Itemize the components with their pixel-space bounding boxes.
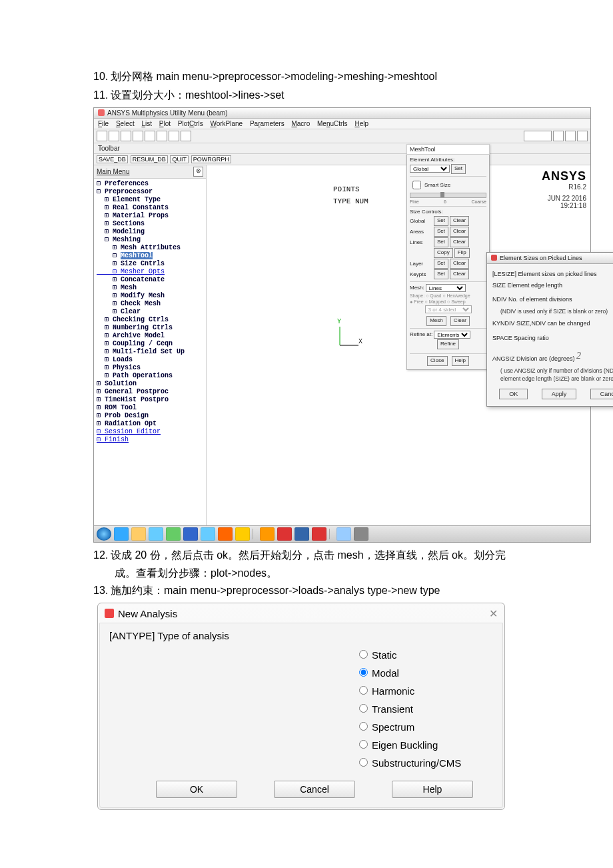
taskbar-icon[interactable] (312, 527, 326, 541)
opt-spectrum[interactable]: Spectrum (356, 720, 493, 733)
btn-powrgrph[interactable]: POWRGRPH (191, 155, 231, 163)
taskbar-icon[interactable] (336, 527, 351, 541)
ansys-logo-icon (491, 255, 497, 261)
toolbar-buttons: SAVE_DB RESUM_DB QUIT POWRGRPH (94, 154, 590, 165)
meshtool-help-button[interactable]: Help (452, 356, 469, 366)
tool-icon[interactable] (181, 131, 191, 141)
tool-icon[interactable] (145, 131, 155, 141)
step-12-cont: 成。查看划分步骤：plot->nodes。 (115, 567, 546, 581)
btn-quit[interactable]: QUIT (170, 155, 189, 163)
attr-scope-select[interactable]: Global (410, 165, 450, 173)
menu-bar: File Select List Plot PlotCtrls WorkPlan… (94, 119, 590, 129)
ansys-brand: ANSYS R16.2 JUN 22 2016 19:21:18 (542, 169, 586, 209)
window-titlebar: ANSYS Multiphysics Utility Menu (beam) (94, 108, 590, 119)
menu-file[interactable]: File (98, 120, 109, 127)
element-sizes-dialog: Element Sizes on Picked Lines [LESIZE] E… (486, 252, 613, 407)
es-ok-button[interactable]: OK (499, 389, 528, 399)
taskbar-icon[interactable] (295, 527, 309, 541)
menu-workplane[interactable]: WorkPlane (210, 120, 243, 127)
menu-plot[interactable]: Plot (159, 120, 171, 127)
opt-substruct[interactable]: Substructuring/CMS (356, 756, 493, 769)
step-11: 11.设置划分大小：meshtool->lines->set (93, 88, 546, 103)
newdlg-ok-button[interactable]: OK (156, 781, 237, 798)
taskbar-icon[interactable] (131, 527, 146, 541)
meshtool-title: MeshTool (406, 144, 490, 155)
tool-icon[interactable] (524, 131, 552, 141)
attr-set-button[interactable]: Set (451, 164, 466, 174)
step-12: 12.设成 20 份，然后点击 ok。然后开始划分，点击 mesh，选择直线，然… (93, 548, 546, 563)
tool-icon[interactable] (577, 131, 588, 141)
new-analysis-dialog: New Analysis ✕ [ANTYPE] Type of analysis… (97, 603, 505, 810)
window-title: ANSYS Multiphysics Utility Menu (beam) (107, 109, 228, 117)
es-cancel-button[interactable]: Cancel (590, 389, 613, 399)
taskbar (94, 525, 590, 542)
ansys-logo-icon (98, 109, 105, 116)
tool-icon[interactable] (133, 131, 143, 141)
refine-at-select[interactable]: Elements (434, 331, 470, 339)
main-menu-tree[interactable]: ⊟ Preferences ⊟ Preprocessor ⊞ Element T… (94, 179, 206, 525)
tree-selected-meshtool: MeshTool (121, 252, 153, 259)
antype-label: [ANTYPE] Type of analysis (109, 630, 493, 641)
menu-parameters[interactable]: Parameters (250, 120, 285, 127)
page-number: 2 (576, 351, 581, 361)
mesh-clear-button[interactable]: Clear (450, 316, 470, 326)
opt-eigen[interactable]: Eigen Buckling (356, 738, 493, 751)
toolbar-label: Toolbar (94, 143, 590, 154)
menu-select[interactable]: Select (116, 120, 135, 127)
taskbar-icon[interactable] (114, 527, 129, 541)
taskbar-icon[interactable] (201, 527, 215, 541)
canvas-typenum-label: TYPE NUM (333, 197, 368, 205)
taskbar-icon[interactable] (260, 527, 275, 541)
tool-icon[interactable] (553, 131, 564, 141)
taskbar-icon[interactable] (166, 527, 181, 541)
btn-save-db[interactable]: SAVE_DB (97, 155, 128, 163)
tool-icon[interactable] (109, 131, 119, 141)
step-13: 13.施加约束：main menu->preprocessor->loads->… (93, 583, 546, 598)
newdlg-help-button[interactable]: Help (392, 781, 473, 798)
taskbar-icon[interactable] (97, 527, 111, 541)
smartsize-checkbox[interactable] (412, 181, 421, 189)
meshtool-close-button[interactable]: Close (427, 356, 447, 366)
taskbar-icon[interactable] (183, 527, 198, 541)
taskbar-icon[interactable] (218, 527, 233, 541)
ansys-logo-icon (105, 609, 114, 618)
newdlg-cancel-button[interactable]: Cancel (274, 781, 355, 798)
taskbar-icon[interactable] (235, 527, 250, 541)
tool-icon[interactable] (565, 131, 576, 141)
tool-icon[interactable] (121, 131, 131, 141)
ansys-window: ANSYS Multiphysics Utility Menu (beam) F… (93, 107, 591, 543)
btn-resum-db[interactable]: RESUM_DB (131, 155, 168, 163)
icon-toolbar (94, 129, 590, 143)
tool-icon[interactable] (157, 131, 167, 141)
mesh-button[interactable]: Mesh (426, 316, 446, 326)
taskbar-icon[interactable] (277, 527, 292, 541)
menu-help[interactable]: Help (354, 120, 368, 127)
main-menu-header: Main Menu ⊗ (94, 165, 206, 179)
opt-harmonic[interactable]: Harmonic (356, 684, 493, 697)
graphics-canvas: POINTS TYPE NUM Y X ANSYS R16.2 JUN 22 2… (207, 165, 590, 525)
newdlg-title: New Analysis (118, 608, 177, 619)
refine-button[interactable]: Refine (437, 339, 459, 349)
taskbar-icon[interactable] (354, 527, 368, 541)
opt-transient[interactable]: Transient (356, 702, 493, 715)
esdlg-titlebar: Element Sizes on Picked Lines (487, 253, 613, 264)
opt-modal[interactable]: Modal (356, 666, 493, 679)
taskbar-icon[interactable] (149, 527, 163, 541)
menu-plotctrls[interactable]: PlotCtrls (178, 120, 203, 127)
menu-menuctrls[interactable]: MenuCtrls (317, 120, 348, 127)
collapse-icon[interactable]: ⊗ (193, 167, 203, 177)
tool-icon[interactable] (97, 131, 107, 141)
step-10: 10.划分网格 main menu->preprocessor->modelin… (93, 69, 546, 84)
menu-list[interactable]: List (141, 120, 152, 127)
opt-static[interactable]: Static (356, 648, 493, 661)
close-icon[interactable]: ✕ (489, 607, 498, 620)
canvas-points-label: POINTS (333, 185, 360, 193)
mesh-target-select[interactable]: Lines (426, 284, 466, 292)
menu-macro[interactable]: Macro (291, 120, 310, 127)
analysis-type-options: Static Modal Harmonic Transient Spectrum… (356, 648, 493, 769)
meshtool-panel: MeshTool Element Attributes: Global Set … (406, 144, 490, 370)
smartsize-slider[interactable] (410, 193, 486, 198)
es-apply-button[interactable]: Apply (542, 389, 577, 399)
tool-icon[interactable] (169, 131, 179, 141)
